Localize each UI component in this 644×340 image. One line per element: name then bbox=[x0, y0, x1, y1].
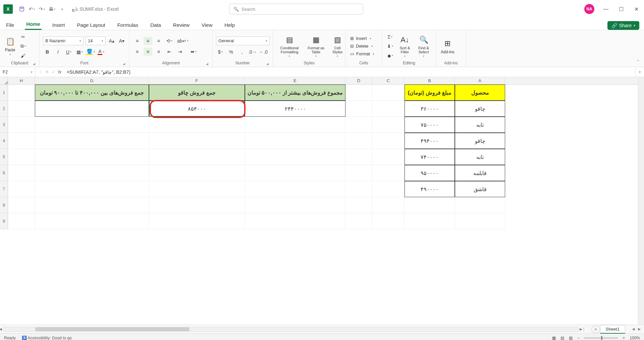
view-normal-icon[interactable]: ▦ bbox=[552, 336, 556, 340]
cell-B4[interactable]: ۴۹۴۰۰۰ bbox=[405, 133, 455, 149]
tab-help[interactable]: Help bbox=[223, 20, 236, 30]
formula-input[interactable]: =SUMIF(A2:A7, "چاقو", B2:B7) bbox=[64, 67, 635, 77]
cell-G[interactable] bbox=[35, 165, 149, 181]
align-left-icon[interactable]: ≡ bbox=[133, 48, 142, 56]
fill-icon[interactable]: ⬇ bbox=[386, 42, 394, 50]
cell-B7[interactable]: ۴۹۰۰۰۰ bbox=[405, 181, 455, 197]
cell-H[interactable] bbox=[8, 101, 35, 117]
minimize-button[interactable]: — bbox=[602, 5, 610, 13]
decrease-indent-icon[interactable]: ⇤ bbox=[165, 48, 174, 56]
cell-C[interactable] bbox=[372, 149, 405, 165]
select-all-button[interactable] bbox=[0, 77, 8, 84]
scroll-right-icon[interactable]: ▶ bbox=[578, 327, 584, 332]
header-F[interactable]: جمع فروش چاقو bbox=[149, 84, 245, 101]
underline-button[interactable]: U bbox=[64, 48, 73, 56]
cell-D[interactable] bbox=[345, 197, 372, 213]
col-header-A[interactable]: A bbox=[455, 77, 505, 84]
copy-icon[interactable]: ⧉ bbox=[19, 42, 28, 50]
cell-H[interactable] bbox=[8, 197, 35, 213]
cell-E[interactable] bbox=[245, 213, 345, 229]
scroll-left-icon[interactable]: ◀ bbox=[0, 327, 4, 332]
cell-F[interactable] bbox=[149, 133, 245, 149]
sheet-tab-sheet1[interactable]: Sheet1 bbox=[600, 325, 625, 334]
redo-icon[interactable]: ↷ bbox=[39, 6, 45, 12]
cell-F[interactable] bbox=[149, 197, 245, 213]
tab-data[interactable]: Data bbox=[149, 20, 162, 30]
cell-D[interactable] bbox=[345, 117, 372, 133]
cell-H[interactable] bbox=[8, 165, 35, 181]
cell-F[interactable] bbox=[149, 165, 245, 181]
tab-file[interactable]: File bbox=[5, 20, 15, 30]
align-center-icon[interactable]: ≡ bbox=[144, 48, 152, 56]
user-avatar[interactable]: NA bbox=[584, 4, 594, 14]
tab-insert[interactable]: Insert bbox=[51, 20, 66, 30]
save-icon[interactable] bbox=[19, 6, 25, 12]
cell-A5[interactable]: تابه bbox=[455, 149, 505, 165]
print-icon[interactable]: 🖶 bbox=[49, 6, 55, 12]
expand-formula-bar-icon[interactable]: ▾ bbox=[635, 67, 644, 77]
row-header-7[interactable]: 7 bbox=[0, 181, 8, 197]
italic-button[interactable]: I bbox=[54, 48, 62, 56]
row-header-3[interactable]: 3 bbox=[0, 117, 8, 133]
cell-G2[interactable] bbox=[35, 101, 149, 117]
decrease-decimal-icon[interactable]: ←.0 bbox=[259, 48, 268, 56]
cell-G[interactable] bbox=[35, 197, 149, 213]
cut-icon[interactable]: ✂ bbox=[19, 33, 28, 41]
increase-indent-icon[interactable]: ⇥ bbox=[176, 48, 184, 56]
sheet-nav-next-icon[interactable]: ▶ bbox=[638, 327, 641, 331]
cell-F[interactable] bbox=[149, 117, 245, 133]
sort-filter-button[interactable]: A↓Sort & Filter▾ bbox=[396, 34, 413, 58]
number-format-combo[interactable]: General▾ bbox=[216, 37, 270, 45]
col-header-B[interactable]: B bbox=[405, 77, 455, 84]
cell-D[interactable] bbox=[345, 133, 372, 149]
col-header-H[interactable]: H bbox=[8, 77, 35, 84]
comma-format-icon[interactable]: , bbox=[237, 48, 246, 56]
cell-A4[interactable]: چاقو bbox=[455, 133, 505, 149]
cell-H[interactable] bbox=[8, 149, 35, 165]
tab-formulas[interactable]: Formulas bbox=[116, 20, 140, 30]
cell-F[interactable] bbox=[149, 181, 245, 197]
row-header-8[interactable]: 8 bbox=[0, 197, 8, 213]
row-header-5[interactable]: 5 bbox=[0, 149, 8, 165]
align-bottom-icon[interactable]: ≡ bbox=[154, 37, 163, 45]
font-color-button[interactable]: A bbox=[97, 48, 105, 56]
align-top-icon[interactable]: ≡ bbox=[133, 37, 142, 45]
qat-more-icon[interactable]: ▾ bbox=[59, 6, 65, 12]
bold-button[interactable]: B bbox=[43, 48, 52, 56]
cell-C[interactable] bbox=[372, 165, 405, 181]
paste-button[interactable]: 📋 Paste ▾ bbox=[3, 36, 17, 57]
cell-G[interactable] bbox=[35, 117, 149, 133]
hscroll-thumb[interactable] bbox=[35, 327, 190, 331]
clear-icon[interactable]: ◆ bbox=[386, 52, 394, 60]
close-button[interactable]: ✕ bbox=[633, 5, 641, 13]
cell-D[interactable] bbox=[345, 213, 372, 229]
align-middle-icon[interactable]: ≡ bbox=[144, 37, 152, 45]
cell-A2[interactable]: چاقو bbox=[455, 101, 505, 117]
cell-E2[interactable]: ۲۴۴۰۰۰۰ bbox=[245, 101, 345, 117]
col-header-G[interactable]: G bbox=[35, 77, 149, 84]
fill-color-button[interactable]: 🪣 bbox=[86, 48, 95, 56]
zoom-out-icon[interactable]: − bbox=[577, 336, 580, 340]
cell-E[interactable] bbox=[245, 181, 345, 197]
cell-D[interactable] bbox=[345, 84, 372, 101]
cell-D[interactable] bbox=[345, 149, 372, 165]
zoom-in-icon[interactable]: + bbox=[623, 336, 625, 340]
name-box[interactable]: F2▾ bbox=[0, 67, 36, 77]
cell-F[interactable] bbox=[149, 213, 245, 229]
row-header-2[interactable]: 2 bbox=[0, 101, 8, 117]
view-pagebreak-icon[interactable]: ▧ bbox=[569, 336, 573, 340]
orientation-icon[interactable]: ⟲ bbox=[165, 37, 174, 45]
dialog-launcher-icon[interactable]: ◢ bbox=[266, 62, 269, 65]
cell-E[interactable] bbox=[245, 133, 345, 149]
cell-B[interactable] bbox=[405, 213, 455, 229]
cell-D[interactable] bbox=[345, 101, 372, 117]
row-header-6[interactable]: 6 bbox=[0, 165, 8, 181]
collapse-ribbon-icon[interactable]: ⌃ bbox=[636, 59, 640, 64]
header-A[interactable]: محصول bbox=[455, 84, 505, 101]
cell-D[interactable] bbox=[345, 181, 372, 197]
cell-G[interactable] bbox=[35, 181, 149, 197]
new-sheet-button[interactable]: ＋ bbox=[591, 326, 600, 333]
autosum-icon[interactable]: Σ bbox=[386, 33, 394, 41]
format-as-table-button[interactable]: ▦Format as Table▾ bbox=[305, 34, 327, 58]
maximize-button[interactable]: ☐ bbox=[617, 5, 625, 13]
